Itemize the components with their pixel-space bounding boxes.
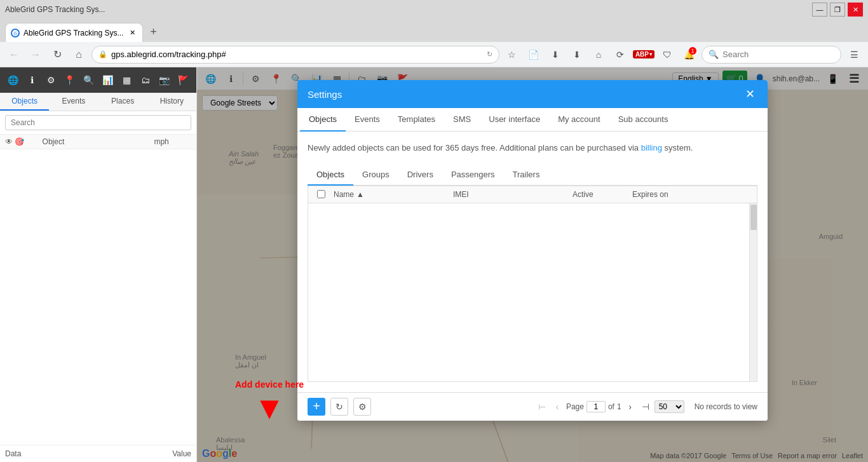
map-area[interactable]: Ain Salahعين صالح Foggaretez Zoua Amguid… xyxy=(197,67,868,462)
pagination: ⊢ ‹ Page of 1 › ⊣ 50 25 100 xyxy=(536,400,684,413)
home-button[interactable]: ⌂ xyxy=(70,46,88,64)
secure-icon: 🔒 xyxy=(98,50,107,58)
forward-button[interactable]: → xyxy=(27,46,44,64)
content-tab-passengers[interactable]: Passengers xyxy=(442,165,504,186)
imei-column-header[interactable]: IMEI xyxy=(453,190,573,199)
sidebar-column-header: 👁 🎯 Object mph xyxy=(0,135,196,149)
of-label: of xyxy=(608,402,614,411)
location-icon[interactable]: 📍 xyxy=(62,71,78,89)
close-button[interactable]: ✕ xyxy=(848,3,863,17)
next-page-button[interactable]: › xyxy=(624,400,637,413)
name-label: Name xyxy=(334,190,354,199)
modal-tab-user-interface[interactable]: User interface xyxy=(480,108,549,132)
settings-small-button[interactable]: ⚙ xyxy=(353,398,371,416)
sort-asc-icon: ▲ xyxy=(356,190,364,199)
search-magnifier-icon: 🔍 xyxy=(709,50,719,59)
sliders-icon[interactable]: ⚙ xyxy=(43,71,59,89)
info-icon[interactable]: ℹ xyxy=(24,71,41,89)
modal-tab-templates[interactable]: Templates xyxy=(389,108,444,132)
menu-button[interactable]: ☰ xyxy=(845,46,863,64)
sidebar-tab-objects[interactable]: Objects xyxy=(0,93,49,111)
active-column-header[interactable]: Active xyxy=(573,190,632,199)
settings-modal: Settings ✕ Objects Events Templates SMS … xyxy=(297,80,768,421)
notification-button[interactable]: 🔔1 xyxy=(680,46,698,64)
content-tab-objects[interactable]: Objects xyxy=(308,165,353,186)
flag-icon[interactable]: 🚩 xyxy=(175,71,191,89)
content-tabs: Objects Groups Drivers Passengers Traile… xyxy=(308,165,757,186)
speed-col-header: mph xyxy=(154,137,191,146)
table-header: Name ▲ IMEI Active Expires on xyxy=(308,186,757,203)
search-bar[interactable]: 🔍 xyxy=(702,46,841,64)
modal-tab-events[interactable]: Events xyxy=(346,108,389,132)
last-page-button[interactable]: ⊣ xyxy=(639,400,652,413)
sidebar-tab-places[interactable]: Places xyxy=(98,93,147,111)
billing-link[interactable]: billing xyxy=(641,143,662,153)
pocket-button[interactable]: ⬇ xyxy=(546,46,564,64)
layers-icon[interactable]: 🗂 xyxy=(137,71,154,89)
content-tab-trailers[interactable]: Trailers xyxy=(504,165,549,186)
modal-tab-my-account[interactable]: My account xyxy=(549,108,609,132)
address-bar[interactable]: 🔒 ↻ xyxy=(92,46,499,64)
per-page-select[interactable]: 50 25 100 xyxy=(654,400,684,413)
scrollbar-thumb[interactable] xyxy=(750,205,757,230)
sidebar-search-area xyxy=(0,111,196,135)
name-column-header[interactable]: Name ▲ xyxy=(334,190,453,199)
modal-tab-sms[interactable]: SMS xyxy=(444,108,480,132)
no-records-label: No records to view xyxy=(695,402,757,411)
minimize-button[interactable]: — xyxy=(812,3,827,17)
new-tab-button[interactable]: + xyxy=(144,23,162,41)
prev-page-button[interactable]: ‹ xyxy=(551,400,564,413)
modal-close-button[interactable]: ✕ xyxy=(742,86,757,102)
first-page-button[interactable]: ⊢ xyxy=(536,400,548,413)
content-tab-drivers[interactable]: Drivers xyxy=(398,165,442,186)
browser-tab-active[interactable]: G AbleGrid GPS Tracking Sys... ✕ xyxy=(5,23,143,42)
sidebar-tab-history[interactable]: History xyxy=(147,93,196,111)
camera-icon[interactable]: 📷 xyxy=(156,71,173,89)
grid-icon[interactable]: ▦ xyxy=(118,71,135,89)
modal-tab-sub-accounts[interactable]: Sub accounts xyxy=(609,108,677,132)
content-tab-groups[interactable]: Groups xyxy=(353,165,398,186)
browser-chrome: AbleGrid GPS Tracking Sys... — ❐ ✕ G Abl… xyxy=(0,0,868,67)
download-button[interactable]: ⬇ xyxy=(568,46,586,64)
tab-bar: G AbleGrid GPS Tracking Sys... ✕ + xyxy=(0,19,868,42)
shield-button[interactable]: 🛡 xyxy=(658,46,676,64)
refresh-icon-small: ↻ xyxy=(487,50,492,58)
sidebar-search-input[interactable] xyxy=(5,115,191,130)
modal-header: Settings ✕ xyxy=(297,80,768,108)
window-title: AbleGrid GPS Tracking Sys... xyxy=(5,5,105,14)
address-input[interactable] xyxy=(111,50,483,59)
object-col-header: Object xyxy=(43,137,154,146)
adblock-button[interactable]: ABP▾ xyxy=(633,50,654,58)
page-input[interactable] xyxy=(587,401,606,412)
info-text-after: system. xyxy=(662,143,693,153)
tab-title: AbleGrid GPS Tracking Sys... xyxy=(24,29,123,37)
maximize-button[interactable]: ❐ xyxy=(830,3,845,17)
back-button[interactable]: ← xyxy=(5,46,23,64)
add-device-annotation: Add device here ▼ xyxy=(235,379,304,424)
add-object-button[interactable]: + xyxy=(308,398,325,416)
modal-tab-objects[interactable]: Objects xyxy=(300,108,346,132)
expires-column-header[interactable]: Expires on xyxy=(632,190,752,199)
search-input[interactable] xyxy=(722,50,834,59)
refresh-objects-button[interactable]: ↻ xyxy=(330,398,348,416)
bookmark-star-button[interactable]: ☆ xyxy=(503,46,521,64)
sidebar-tab-events[interactable]: Events xyxy=(49,93,98,111)
sync-button[interactable]: ⟳ xyxy=(611,46,629,64)
globe-icon[interactable]: 🌐 xyxy=(5,71,22,89)
home-icon-button[interactable]: ⌂ xyxy=(590,46,607,64)
eye-col-header: 👁 🎯 xyxy=(5,137,43,146)
modal-footer: + ↻ ⚙ ⊢ ‹ Page of 1 › ⊣ 50 25 xyxy=(297,392,768,421)
title-bar: AbleGrid GPS Tracking Sys... — ❐ ✕ xyxy=(0,0,868,19)
data-footer-label: Data xyxy=(5,449,21,458)
select-all-checkbox[interactable] xyxy=(317,190,325,198)
nav-bar: ← → ↻ ⌂ 🔒 ↻ ☆ 📄 ⬇ ⬇ ⌂ ⟳ ABP▾ 🛡 🔔1 🔍 ☰ xyxy=(0,42,868,67)
header-checkbox-cell xyxy=(313,190,329,198)
tab-close-button[interactable]: ✕ xyxy=(127,28,137,38)
table-scrollbar[interactable] xyxy=(749,203,757,381)
reader-view-button[interactable]: 📄 xyxy=(525,46,543,64)
chart-icon[interactable]: 📊 xyxy=(100,71,116,89)
sidebar-footer: Data Value xyxy=(0,445,196,462)
search-icon[interactable]: 🔍 xyxy=(81,71,97,89)
refresh-button[interactable]: ↻ xyxy=(48,46,66,64)
modal-title: Settings xyxy=(308,89,342,100)
